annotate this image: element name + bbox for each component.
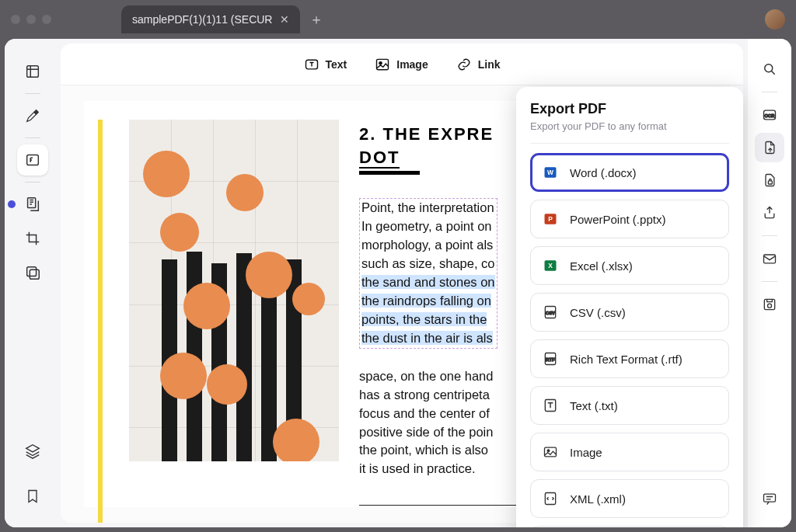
svg-point-28 [547, 450, 550, 452]
svg-text:OCR: OCR [765, 113, 776, 118]
minimize-window-button[interactable] [26, 15, 36, 24]
new-tab-button[interactable]: ＋ [309, 10, 323, 29]
export-format-label: CSV (.csv) [570, 306, 626, 319]
tab-title: samplePDF(1)(1)11 (SECUR [132, 13, 272, 26]
save-button[interactable] [755, 290, 784, 319]
bookmarks-button[interactable] [17, 481, 48, 512]
svg-rect-3 [27, 267, 37, 276]
search-button[interactable] [755, 54, 784, 84]
document-tab[interactable]: samplePDF(1)(1)11 (SECUR ✕ [121, 5, 300, 33]
export-format-label: XML (.xml) [570, 492, 626, 506]
export-button[interactable] [755, 133, 784, 162]
export-format-label: Text (.txt) [570, 399, 618, 412]
page-accent-bar [98, 120, 103, 523]
word-icon: W [542, 164, 559, 181]
export-format-text[interactable]: Text (.txt) [530, 386, 729, 425]
export-format-excel[interactable]: X Excel (.xlsx) [530, 246, 729, 285]
crop-button[interactable] [17, 223, 48, 254]
layers-button[interactable] [17, 436, 48, 467]
ocr-button[interactable]: OCR [755, 100, 784, 130]
svg-point-14 [768, 304, 772, 308]
insert-text-button[interactable]: Text [304, 57, 347, 72]
svg-text:RTF: RTF [546, 357, 555, 362]
close-window-button[interactable] [11, 15, 20, 24]
right-sidebar: OCR [748, 39, 791, 527]
pages-button[interactable] [17, 189, 48, 220]
image-icon [542, 443, 559, 461]
titlebar: samplePDF(1)(1)11 (SECUR ✕ ＋ [0, 0, 796, 39]
svg-rect-15 [764, 494, 776, 502]
insert-link-label: Link [478, 58, 501, 71]
text-icon [542, 397, 559, 414]
xml-icon [542, 490, 559, 507]
svg-point-8 [765, 64, 773, 72]
watermark-button[interactable] [17, 257, 48, 288]
powerpoint-icon: P [542, 210, 559, 228]
svg-rect-11 [768, 181, 772, 184]
thumbnails-button[interactable] [17, 56, 48, 87]
insert-image-button[interactable]: Image [375, 57, 428, 72]
document-image [129, 120, 339, 461]
excel-icon: X [542, 257, 559, 274]
comments-button[interactable] [755, 484, 784, 513]
export-format-label: Image [570, 446, 602, 459]
window-controls [11, 15, 51, 24]
share-button[interactable] [755, 198, 784, 228]
email-button[interactable] [755, 244, 784, 273]
export-format-word[interactable]: W Word (.docx) [530, 153, 729, 192]
edit-toolbar: Text Image Link [61, 43, 743, 85]
export-format-label: Excel (.xlsx) [570, 259, 633, 273]
svg-text:P: P [548, 215, 553, 223]
edit-text-button[interactable] [17, 144, 48, 176]
protect-button[interactable] [755, 165, 784, 195]
export-format-html[interactable]: HTML HTML (.htm) [530, 526, 729, 527]
insert-image-label: Image [396, 58, 428, 71]
maximize-window-button[interactable] [42, 15, 51, 24]
selected-text-block[interactable]: Point, the interpretation In geometry, a… [359, 198, 498, 348]
svg-text:W: W [547, 169, 553, 176]
svg-rect-2 [28, 198, 36, 208]
export-format-powerpoint[interactable]: P PowerPoint (.pptx) [530, 200, 729, 238]
export-format-csv[interactable]: CSV CSV (.csv) [530, 293, 729, 332]
export-format-label: PowerPoint (.pptx) [570, 213, 665, 226]
svg-rect-4 [30, 269, 39, 279]
insert-text-label: Text [326, 58, 347, 71]
svg-point-7 [379, 61, 382, 64]
svg-rect-1 [27, 155, 39, 165]
export-panel: Export PDF Export your PDF to any format… [516, 87, 743, 527]
export-format-image[interactable]: Image [530, 433, 729, 471]
sidebar-active-indicator [8, 200, 16, 208]
export-format-rtf[interactable]: RTF Rich Text Format (.rtf) [530, 339, 729, 378]
export-panel-subtitle: Export your PDF to any format [530, 120, 729, 132]
insert-link-button[interactable]: Link [456, 57, 501, 72]
export-format-xml[interactable]: XML (.xml) [530, 479, 729, 518]
export-format-label: Word (.docx) [570, 166, 637, 179]
svg-rect-12 [764, 255, 776, 263]
svg-text:X: X [548, 262, 553, 269]
highlighter-button[interactable] [17, 100, 48, 131]
close-tab-button[interactable]: ✕ [280, 13, 289, 26]
svg-text:CSV: CSV [546, 311, 555, 315]
svg-rect-0 [27, 66, 39, 78]
export-panel-title: Export PDF [530, 101, 729, 117]
rtf-icon: RTF [542, 350, 559, 367]
csv-icon: CSV [542, 304, 559, 321]
left-sidebar [5, 39, 61, 527]
user-avatar[interactable] [765, 9, 785, 30]
export-format-label: Rich Text Format (.rtf) [570, 353, 683, 366]
